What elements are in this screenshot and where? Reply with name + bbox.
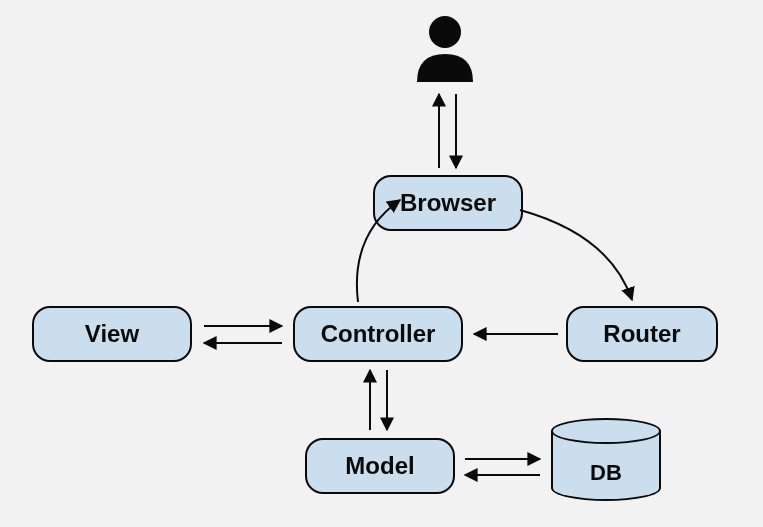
arrow-browser-to-router	[520, 210, 632, 300]
view-label: View	[85, 320, 139, 348]
browser-label: Browser	[400, 189, 496, 217]
db-node: DB	[551, 418, 661, 503]
model-label: Model	[345, 452, 414, 480]
db-label: DB	[551, 460, 661, 486]
model-node: Model	[305, 438, 455, 494]
controller-node: Controller	[293, 306, 463, 362]
view-node: View	[32, 306, 192, 362]
router-label: Router	[603, 320, 680, 348]
router-node: Router	[566, 306, 718, 362]
controller-label: Controller	[321, 320, 436, 348]
user-icon	[405, 10, 485, 94]
svg-point-0	[429, 16, 461, 48]
browser-node: Browser	[373, 175, 523, 231]
